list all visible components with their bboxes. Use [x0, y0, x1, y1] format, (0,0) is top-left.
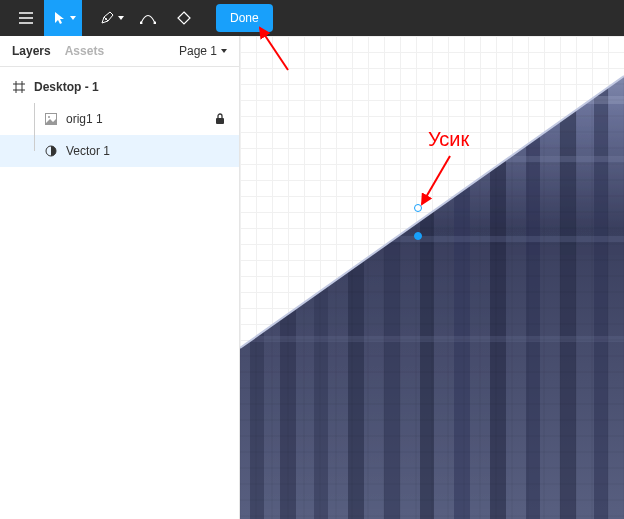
- image-icon: [44, 112, 58, 126]
- svg-point-0: [105, 18, 107, 20]
- svg-rect-15: [490, 76, 506, 519]
- layers-sidebar: Layers Assets Page 1 Desktop - 1 orig1 1: [0, 36, 240, 519]
- svg-rect-9: [280, 76, 296, 519]
- svg-rect-20: [240, 96, 624, 104]
- svg-rect-21: [240, 156, 624, 162]
- canvas-content-image: [240, 36, 624, 519]
- pen-tool-icon: [100, 11, 114, 25]
- done-button-label: Done: [230, 11, 259, 25]
- divider: [0, 66, 239, 67]
- svg-rect-12: [384, 76, 400, 519]
- move-tool-icon: [54, 11, 66, 25]
- svg-rect-16: [526, 76, 540, 519]
- tab-assets[interactable]: Assets: [65, 44, 104, 58]
- tree-line: [28, 103, 40, 135]
- svg-rect-8: [250, 76, 264, 519]
- tab-layers[interactable]: Layers: [12, 44, 51, 58]
- svg-rect-17: [560, 76, 576, 519]
- layer-name: orig1 1: [66, 112, 103, 126]
- page-selector[interactable]: Page 1: [179, 44, 227, 58]
- svg-rect-11: [348, 76, 364, 519]
- frame-icon: [12, 80, 26, 94]
- hamburger-menu-button[interactable]: [8, 0, 44, 36]
- page-selector-label: Page 1: [179, 44, 217, 58]
- chevron-down-icon: [70, 16, 76, 20]
- svg-rect-14: [454, 76, 470, 519]
- svg-rect-10: [314, 76, 328, 519]
- svg-rect-5: [216, 118, 224, 124]
- bend-tool-icon: [140, 12, 156, 24]
- pen-tool-button[interactable]: [90, 0, 130, 36]
- paint-bucket-button[interactable]: [166, 0, 202, 36]
- svg-rect-19: [240, 36, 624, 519]
- done-button[interactable]: Done: [216, 4, 273, 32]
- svg-rect-23: [240, 336, 624, 342]
- layer-row-vector[interactable]: Vector 1: [0, 135, 239, 167]
- bend-tool-button[interactable]: [130, 0, 166, 36]
- frame-name: Desktop - 1: [34, 80, 99, 94]
- chevron-down-icon: [221, 49, 227, 53]
- svg-rect-22: [240, 236, 624, 242]
- anchor-point-handle[interactable]: [414, 204, 422, 212]
- frame-row[interactable]: Desktop - 1: [0, 71, 239, 103]
- anchor-point[interactable]: [414, 232, 422, 240]
- layer-name: Vector 1: [66, 144, 110, 158]
- svg-rect-18: [594, 76, 608, 519]
- tree-line: [28, 135, 40, 167]
- diamond-icon: [177, 11, 191, 25]
- layer-row-image[interactable]: orig1 1: [0, 103, 239, 135]
- lock-icon[interactable]: [215, 113, 227, 125]
- hamburger-icon: [19, 12, 33, 24]
- vector-icon: [44, 144, 58, 158]
- canvas[interactable]: [240, 36, 624, 519]
- svg-rect-7: [240, 36, 624, 519]
- move-tool-button[interactable]: [44, 0, 82, 36]
- svg-rect-13: [420, 76, 434, 519]
- svg-point-4: [48, 116, 50, 118]
- top-toolbar: Done: [0, 0, 624, 36]
- chevron-down-icon: [118, 16, 124, 20]
